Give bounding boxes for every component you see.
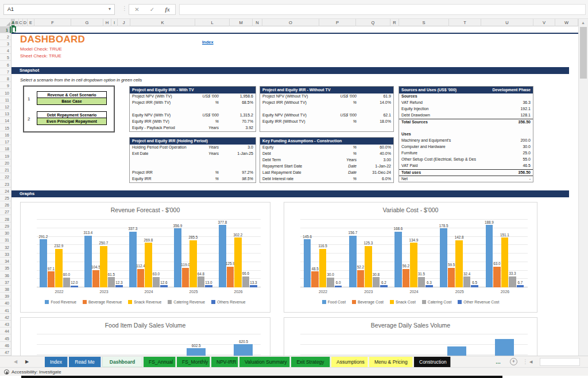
index-link[interactable]: Index [202,40,214,45]
row-header-16[interactable]: 16 [0,131,11,138]
row-header-40[interactable]: 40 [0,299,11,306]
tab-construction[interactable]: Construction [414,357,451,367]
row-header-19[interactable]: 19 [0,152,11,159]
vertical-scrollbar[interactable]: ▲ [578,19,588,356]
row-header-43[interactable]: 43 [0,321,11,328]
row-header-24[interactable]: 24 [0,188,11,194]
next-sheet-icon[interactable]: ▶ [25,359,29,364]
tab-dashboard[interactable]: Dashboard [102,357,142,367]
row-header-30[interactable]: 30 [0,229,11,236]
column-header-o[interactable]: O [262,19,319,26]
row-header-25[interactable]: 25 [0,194,11,201]
row-header-4[interactable]: 4 [0,47,11,54]
row-header-39[interactable]: 39 [0,293,11,299]
row-header-12[interactable]: 12 [0,103,11,110]
more-sheets-ellipsis[interactable]: … [496,359,501,365]
row-header-46[interactable]: 46 [0,342,11,349]
column-header-h[interactable]: H [103,19,111,26]
scroll-left-icon[interactable]: ◀ [529,360,532,364]
scenario-dropdown[interactable]: Base Case [37,98,107,105]
row-header-27[interactable]: 27 [0,208,11,215]
accept-icon[interactable]: ✓ [150,6,154,13]
row-header-41[interactable]: 41 [0,306,11,313]
row-header-38[interactable]: 38 [0,286,11,293]
row-header-45[interactable]: 45 [0,334,11,341]
column-header-m[interactable]: M [230,19,253,26]
row-header-35[interactable]: 35 [0,264,11,271]
row-header-17[interactable]: 17 [0,138,11,145]
column-header-p[interactable]: P [319,19,356,26]
column-header-n[interactable]: N [253,19,262,26]
row-header-26[interactable]: 26 [0,201,11,208]
add-sheet-icon[interactable]: + [510,358,517,365]
row-header-44[interactable]: 44 [0,328,11,334]
column-header-r[interactable]: R [390,19,399,26]
tab-valuation-summary[interactable]: Valuation Summary [239,357,290,367]
column-header-l[interactable]: L [195,19,230,26]
row-header-1[interactable]: 1 [0,26,11,33]
column-header-v[interactable]: V [533,19,555,26]
select-all-corner[interactable] [0,19,11,26]
column-header-t[interactable]: T [449,19,481,26]
row-header-22[interactable]: 22 [0,173,11,180]
row-header-37[interactable]: 37 [0,279,11,286]
row-header-3[interactable]: 3 [0,40,11,47]
column-header-w[interactable]: W [555,19,578,26]
tab-assumptions[interactable]: Assumptions [331,357,368,367]
scroll-up-icon[interactable]: ▲ [581,21,585,25]
column-header-e[interactable]: E [28,19,34,26]
row-header-34[interactable]: 34 [0,258,11,264]
row-header-29[interactable]: 29 [0,223,11,229]
row-header-36[interactable]: 36 [0,271,11,278]
row-header-6[interactable]: 6 [0,61,11,68]
row-header-10[interactable]: 10 [0,89,11,96]
row-header-32[interactable]: 32 [0,243,11,250]
tab-menu-pricing[interactable]: Menu & Pricing [369,357,413,367]
name-box[interactable]: A1 ▾ [3,4,115,15]
column-header-f[interactable]: F [34,19,71,26]
tab-index[interactable]: Index [45,357,68,367]
row-header-5[interactable]: 5 [0,54,11,61]
insert-function-icon[interactable]: fx [165,6,169,13]
vertical-scroll-thumb[interactable] [580,27,587,79]
tab-fs-annual[interactable]: FS_Annual [144,357,176,367]
column-header-s[interactable]: S [399,19,449,26]
prev-sheet-icon[interactable]: ◀ [14,359,17,364]
row-header-11[interactable]: 11 [0,96,11,103]
column-header-k[interactable]: K [130,19,195,26]
row-header-31[interactable]: 31 [0,236,11,243]
row-header-23[interactable]: 23 [0,180,11,187]
tab-read-me[interactable]: Read Me [69,357,101,367]
horizontal-scrollbar[interactable] [540,358,580,366]
accessibility-status[interactable]: Accessibility: Investigate [11,369,61,375]
column-header-b[interactable]: B [15,19,19,26]
column-header-g[interactable]: G [71,19,103,26]
row-header-21[interactable]: 21 [0,166,11,173]
tab-fs-monthly[interactable]: FS_Monthly [177,357,210,367]
column-header-c[interactable]: C [19,19,23,26]
row-header-42[interactable]: 42 [0,314,11,321]
column-header-q[interactable]: Q [356,19,390,26]
row-header-9[interactable]: 9 [0,82,11,89]
cancel-icon[interactable]: ✕ [134,6,139,13]
tab-exit-strategy[interactable]: Exit Strategy [291,357,330,367]
tab-npv-irr[interactable]: NPV-IRR [211,357,238,367]
column-header-d[interactable]: D [23,19,28,26]
row-header-14[interactable]: 14 [0,117,11,124]
formula-input[interactable] [179,4,586,15]
name-box-dropdown-icon[interactable]: ▾ [109,6,111,11]
row-header-15[interactable]: 15 [0,124,11,131]
row-header-28[interactable]: 28 [0,215,11,222]
row-header-33[interactable]: 33 [0,251,11,258]
scenario-dropdown[interactable]: Even Principal Repayment [37,118,107,125]
row-header-2[interactable]: 2 [0,33,11,40]
row-header-18[interactable]: 18 [0,145,11,152]
column-header-u[interactable]: U [481,19,533,26]
row-header-20[interactable]: 20 [0,159,11,166]
column-header-i[interactable]: I [111,19,118,26]
row-header-13[interactable]: 13 [0,110,11,117]
column-header-j[interactable]: J [118,19,130,26]
row-header-7[interactable]: 7 [0,68,11,75]
row-header-47[interactable]: 47 [0,349,11,356]
row-header-8[interactable]: 8 [0,75,11,82]
